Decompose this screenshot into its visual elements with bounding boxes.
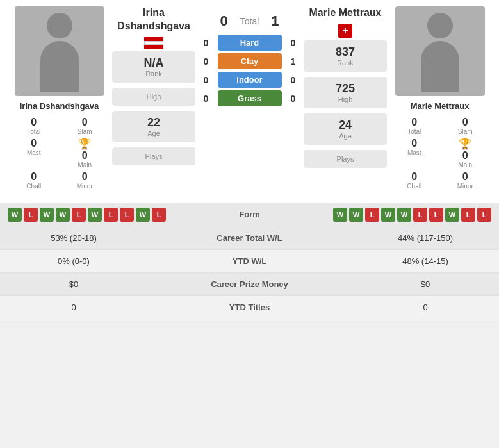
match-header: Irina Dshandshgava 0 Total 0 Slam 0 Mast… (0, 0, 499, 196)
p1-prize: $0 (10, 279, 138, 289)
p2-chall-label: Chall (390, 183, 439, 190)
player2-body (421, 41, 459, 92)
p1-career-wl: 53% (20-18) (10, 233, 138, 243)
grass-row: 0 Grass 0 (199, 90, 300, 106)
p1-header-name: Irina Dshandshgava (112, 6, 195, 33)
form-badge-w: W (40, 208, 54, 222)
form-badge-l: L (413, 208, 427, 222)
form-badge-l: L (477, 208, 491, 222)
p2-chall-value: 0 (390, 171, 439, 183)
p1-plays-label: Plays (117, 153, 190, 160)
p1-age-label: Age (117, 129, 190, 137)
p2-age-box: 24 Age (304, 113, 387, 145)
player2-avatar (395, 6, 485, 96)
player1-panel: Irina Dshandshgava 0 Total 0 Slam 0 Mast… (10, 6, 109, 190)
p1-mast-value: 0 (10, 138, 58, 149)
form-badge-l: L (152, 208, 166, 222)
form-badge-w: W (8, 208, 22, 222)
stats-section: 53% (20-18) Career Total W/L 44% (117-15… (0, 227, 499, 319)
form-badge-l: L (120, 208, 134, 222)
form-badge-l: L (104, 208, 118, 222)
form-section: WLWWLWLLWL Form WWLWWLLWLL (0, 203, 499, 227)
form-badge-w: W (349, 208, 363, 222)
p2-clay-score: 1 (287, 56, 300, 67)
p2-flag-container (309, 24, 382, 38)
p2-slam-stat: 0 Slam (441, 117, 490, 135)
p1-chall-label: Chall (10, 183, 58, 190)
p2-slam-value: 0 (441, 117, 490, 128)
form-badge-w: W (136, 208, 150, 222)
p2-high-box: 725 High (304, 77, 387, 108)
p1-total-stat: 0 Total (10, 117, 58, 135)
form-badge-w: W (445, 208, 459, 222)
p1-form-badges: WLWWLWLLWL (8, 208, 166, 222)
p2-high-value: 725 (309, 82, 382, 95)
form-badge-l: L (461, 208, 475, 222)
player2-info: Marie Mettraux 837 Rank 725 High 24 Age … (304, 6, 387, 172)
p2-total-stat: 0 Total (390, 117, 439, 135)
indoor-button[interactable]: Indoor (218, 72, 282, 88)
p1-slam-value: 0 (61, 117, 110, 128)
main-container: Irina Dshandshgava 0 Total 0 Slam 0 Mast… (0, 0, 499, 319)
p1-main-value: 0 (82, 150, 88, 162)
p2-indoor-score: 0 (287, 75, 300, 85)
p1-chall-value: 0 (10, 171, 58, 183)
form-badge-l: L (72, 208, 86, 222)
player2-head (427, 13, 453, 38)
p2-ytd-wl: 48% (14-15) (361, 256, 489, 266)
p2-total-value: 0 (390, 117, 439, 128)
p2-rank-box: 837 Rank (304, 40, 387, 72)
p1-main-label: Main (78, 162, 92, 169)
p1-high-box: High (112, 88, 195, 106)
p1-titles: 0 (10, 303, 138, 312)
form-label: Form (231, 210, 269, 219)
p1-minor-stat: 0 Minor (61, 171, 110, 190)
titles-label: YTD Titles (138, 303, 361, 312)
p1-age-value: 22 (117, 116, 190, 129)
ytd-wl-row: 0% (0-0) YTD W/L 48% (14-15) (0, 250, 499, 273)
form-badge-w: W (397, 208, 411, 222)
p2-mast-stat: 0 Mast (390, 138, 439, 169)
player1-name: Irina Dshandshgava (20, 101, 99, 112)
career-wl-row: 53% (20-18) Career Total W/L 44% (117-15… (0, 227, 499, 250)
player2-silhouette (414, 13, 466, 90)
p1-grass-score: 0 (200, 94, 213, 104)
p1-hard-score: 0 (200, 38, 213, 48)
p1-total-value: 0 (10, 117, 58, 128)
p2-header-name: Marie Mettraux (309, 6, 382, 20)
player1-info: Irina Dshandshgava N/A Rank High 22 (112, 6, 195, 169)
hard-row: 0 Hard 0 (199, 35, 300, 51)
player2-panel: Marie Mettraux 0 Total 0 Slam 0 Mast 🏆 0 (390, 6, 489, 190)
player1-body (40, 41, 79, 92)
indoor-row: 0 Indoor 0 (199, 72, 300, 88)
p1-total-score: 0 (215, 13, 234, 29)
p2-mast-label: Mast (390, 149, 439, 156)
player1-stats: 0 Total 0 Slam 0 Mast 🏆 0 Main 0 (10, 117, 109, 190)
p2-hard-score: 0 (287, 38, 300, 48)
p1-trophy-stat: 🏆 0 Main (61, 138, 110, 169)
p2-rank-value: 837 (309, 46, 382, 59)
p2-main-label: Main (458, 162, 472, 169)
p1-slam-label: Slam (61, 128, 110, 135)
p1-rank-value: N/A (117, 56, 190, 70)
p2-minor-stat: 0 Minor (441, 171, 490, 190)
p1-flag-container (112, 37, 195, 49)
clay-button[interactable]: Clay (218, 53, 282, 69)
hard-button[interactable]: Hard (218, 35, 282, 51)
player2-stats: 0 Total 0 Slam 0 Mast 🏆 0 Main 0 (390, 117, 489, 190)
prize-label: Career Prize Money (138, 279, 361, 289)
p2-minor-value: 0 (441, 171, 490, 183)
swiss-flag (338, 24, 352, 38)
p2-mast-value: 0 (390, 138, 439, 149)
grass-button[interactable]: Grass (218, 90, 282, 106)
form-badge-w: W (333, 208, 347, 222)
trophy-icon-p2: 🏆 (459, 138, 471, 150)
p2-form-badges: WWLWWLLWLL (333, 208, 491, 222)
p2-minor-label: Minor (441, 183, 490, 190)
p2-trophy-stat: 🏆 0 Main (441, 138, 490, 169)
flag-stripe-3 (144, 45, 163, 49)
p1-ytd-wl: 0% (0-0) (10, 256, 138, 266)
total-score-row: 0 Total 1 (199, 13, 300, 29)
p2-total-score: 1 (265, 13, 284, 29)
p2-age-label: Age (309, 132, 382, 140)
